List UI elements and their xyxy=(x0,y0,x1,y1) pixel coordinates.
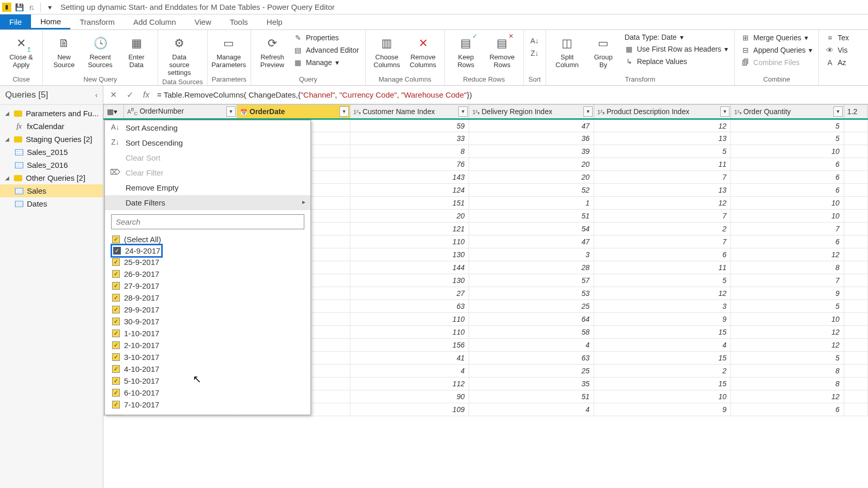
filter-date-option[interactable]: ✓5-10-2017 xyxy=(112,375,303,387)
azure-ml-button[interactable]: AAz xyxy=(823,57,851,68)
group-by-button[interactable]: ▭Group By xyxy=(586,32,621,69)
query-sales-2015[interactable]: Sales_2015 xyxy=(0,146,103,159)
save-icon[interactable]: 💾 xyxy=(14,3,24,12)
query-dates[interactable]: Dates xyxy=(0,197,103,210)
close-apply-icon: ✕↥ xyxy=(12,34,30,53)
new-source-button[interactable]: 🗎New Source xyxy=(47,32,81,69)
menu-remove-empty[interactable]: Remove Empty xyxy=(105,180,311,195)
folder-other[interactable]: ◢Other Queries [2] xyxy=(0,171,103,184)
undo-icon[interactable]: ⎌ xyxy=(27,3,36,12)
filter-dropdown-icon[interactable]: ▼ xyxy=(458,106,468,117)
row-header-corner[interactable]: ▦▾ xyxy=(104,105,124,119)
enter-data-icon: ▦ xyxy=(127,34,146,53)
filter-date-option[interactable]: ✓28-9-2017 xyxy=(112,292,303,304)
refresh-preview-button[interactable]: ⟳Refresh Preview xyxy=(255,32,289,69)
folder-staging[interactable]: ◢Staging Queries [2] xyxy=(0,133,103,146)
qat-dropdown-icon[interactable]: ▾ xyxy=(45,3,54,12)
combine-files-button[interactable]: 🗐Combine Files xyxy=(739,57,814,68)
table-icon xyxy=(15,188,23,194)
sort-asc-button[interactable]: A↓ xyxy=(528,35,541,46)
filter-date-option[interactable]: ✓6-10-2017 xyxy=(112,387,303,399)
split-column-button[interactable]: ◫Split Column xyxy=(550,32,584,69)
query-sales[interactable]: Sales xyxy=(0,184,103,197)
editor-icon: ▤ xyxy=(293,45,303,55)
formula-input[interactable]: = Table.RemoveColumns( ChangeDates,{"Cha… xyxy=(157,90,864,100)
col-order-qty[interactable]: 1²₃Order Quantity▼ xyxy=(731,105,844,119)
choose-columns-button[interactable]: ▥Choose Columns xyxy=(370,32,404,69)
advanced-editor-button[interactable]: ▤Advanced Editor xyxy=(291,44,361,56)
filter-search-input[interactable] xyxy=(111,214,304,229)
filter-date-option[interactable]: ✓27-9-2017 xyxy=(112,280,303,292)
formula-bar: ✕ ✓ fx = Table.RemoveColumns( ChangeDate… xyxy=(103,86,868,104)
col-delivery-index[interactable]: 1²₃Delivery Region Index▼ xyxy=(469,105,594,119)
recent-sources-button[interactable]: 🕓Recent Sources xyxy=(83,32,117,69)
window-title: Setting up dynamic Start- and Enddates f… xyxy=(60,3,335,11)
col-customer-index[interactable]: 1²₃Customer Name Index▼ xyxy=(350,105,469,119)
manage-parameters-button[interactable]: ▭Manage Parameters xyxy=(212,32,246,69)
query-fxcalendar[interactable]: fxfxCalendar xyxy=(0,120,103,133)
filter-select-all[interactable]: ✓(Select All) xyxy=(112,233,303,245)
col-product-index[interactable]: 1²₃Product Description Index▼ xyxy=(594,105,731,119)
formula-cancel-icon[interactable]: ✕ xyxy=(107,89,119,101)
tab-add-column[interactable]: Add Column xyxy=(124,14,185,29)
text-type-icon: ABC xyxy=(127,108,137,115)
filter-date-option[interactable]: ✓7-10-2017 xyxy=(112,399,303,411)
replace-values-button[interactable]: ↳Replace Values xyxy=(623,56,730,67)
tab-view[interactable]: View xyxy=(185,14,221,29)
col-order-date[interactable]: 📅OrderDate▼ xyxy=(237,105,350,119)
formula-fx-icon[interactable]: fx xyxy=(141,89,152,101)
append-queries-button[interactable]: ⊟Append Queries ▾ xyxy=(739,44,814,56)
remove-rows-button[interactable]: ▤✕Remove Rows xyxy=(485,32,519,69)
data-source-settings-button[interactable]: ⚙Data source settings xyxy=(162,32,196,77)
filter-date-option[interactable]: ✓4-10-2017 xyxy=(112,363,303,375)
col-order-number[interactable]: ABCOrderNumber▼ xyxy=(124,105,237,119)
filter-date-option[interactable]: ✓2-10-2017 xyxy=(112,339,303,351)
menu-sort-asc[interactable]: A↓Sort Ascending xyxy=(105,120,311,135)
folder-parameters[interactable]: ◢Parameters and Fu... xyxy=(0,107,103,120)
enter-data-button[interactable]: ▦Enter Data xyxy=(119,32,153,69)
remove-columns-button[interactable]: ✕Remove Columns xyxy=(406,32,440,69)
filter-dropdown-icon[interactable]: ▼ xyxy=(833,106,843,117)
queries-pane: Queries [5] ‹ ◢Parameters and Fu... fxfx… xyxy=(0,86,103,488)
filter-date-option[interactable]: ✓30-9-2017 xyxy=(112,316,303,327)
filter-date-option[interactable]: ✓1-10-2017 xyxy=(112,327,303,339)
merge-queries-button[interactable]: ⊞Merge Queries ▾ xyxy=(739,32,814,43)
properties-button[interactable]: ✎Properties xyxy=(291,32,361,43)
filter-date-option[interactable]: ✓24-9-2017 xyxy=(111,244,163,258)
filter-dropdown-icon[interactable]: ▼ xyxy=(720,106,730,117)
vision-button[interactable]: 👁Vis xyxy=(823,44,851,56)
tab-help[interactable]: Help xyxy=(257,14,292,29)
tab-transform[interactable]: Transform xyxy=(70,14,124,29)
manage-icon: ▦ xyxy=(293,58,303,67)
sort-asc-icon: A↓ xyxy=(530,36,539,45)
data-type-button[interactable]: Data Type: Date ▾ xyxy=(623,32,730,42)
group-query: Query xyxy=(255,74,361,85)
manage-button[interactable]: ▦Manage ▾ xyxy=(291,57,361,68)
menu-date-filters[interactable]: Date Filters xyxy=(105,195,311,210)
filter-date-option[interactable]: ✓3-10-2017 xyxy=(112,351,303,363)
text-analytics-button[interactable]: ≡Tex xyxy=(823,32,851,43)
group-parameters: Parameters xyxy=(212,74,246,85)
group-close: Close xyxy=(4,74,38,85)
close-and-apply-button[interactable]: ✕↥ Close & Apply xyxy=(4,32,38,69)
first-row-headers-button[interactable]: ▦Use First Row as Headers ▾ xyxy=(623,43,730,55)
tab-tools[interactable]: Tools xyxy=(221,14,257,29)
filter-dropdown-icon[interactable]: ▼ xyxy=(583,106,593,117)
filter-date-option[interactable]: ✓25-9-2017 xyxy=(112,256,303,268)
combine-icon: 🗐 xyxy=(741,58,750,67)
formula-commit-icon[interactable]: ✓ xyxy=(124,89,135,101)
menu-sort-desc[interactable]: Z↓Sort Descending xyxy=(105,135,311,150)
sort-desc-button[interactable]: Z↓ xyxy=(528,48,541,59)
query-sales-2016[interactable]: Sales_2016 xyxy=(0,159,103,171)
keep-rows-button[interactable]: ▤✓Keep Rows xyxy=(449,32,483,69)
filter-dropdown-icon[interactable]: ▼ xyxy=(339,106,349,117)
filter-dropdown-icon[interactable]: ▼ xyxy=(226,106,236,117)
collapse-pane-icon[interactable]: ‹ xyxy=(95,91,98,99)
col-extra[interactable]: 1.2 xyxy=(844,105,867,119)
replace-icon: ↳ xyxy=(625,57,634,66)
date-type-icon: 📅 xyxy=(240,109,247,115)
filter-date-option[interactable]: ✓26-9-2017 xyxy=(112,268,303,280)
tab-file[interactable]: File xyxy=(0,14,31,29)
tab-home[interactable]: Home xyxy=(31,14,70,29)
filter-date-option[interactable]: ✓29-9-2017 xyxy=(112,304,303,316)
